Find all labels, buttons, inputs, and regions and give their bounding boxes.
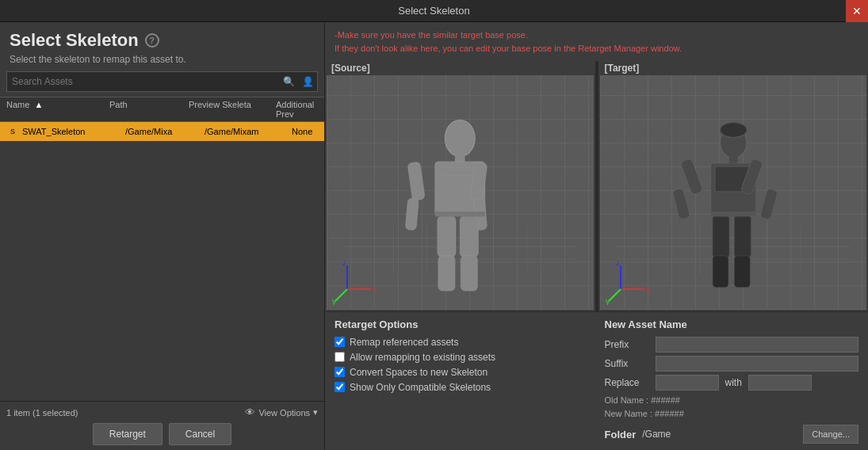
svg-rect-17 bbox=[461, 256, 477, 291]
svg-text:x: x bbox=[373, 285, 377, 294]
svg-rect-14 bbox=[438, 215, 456, 257]
suffix-input[interactable] bbox=[656, 356, 859, 372]
table-header: Name ▲ Path Preview Skeleta Additional P… bbox=[0, 97, 324, 122]
cancel-button[interactable]: Cancel bbox=[169, 423, 231, 445]
main-container: Select Skeleton ? Select the skeleton to… bbox=[0, 22, 868, 450]
checkbox-label-0: Remap referenced assets bbox=[350, 337, 458, 348]
dialog-title: Select Skeleton bbox=[398, 5, 469, 17]
svg-point-35 bbox=[720, 123, 747, 138]
svg-rect-42 bbox=[759, 189, 778, 220]
table-row[interactable]: S SWAT_Skeleton /Game/Mixa /Game/Mixam N… bbox=[0, 122, 324, 141]
with-label: with bbox=[725, 377, 742, 388]
svg-rect-15 bbox=[438, 256, 455, 291]
status-row: 1 item (1 selected) 👁 View Options ▾ bbox=[6, 406, 318, 418]
target-preview-pane: [Target] bbox=[598, 61, 869, 311]
svg-rect-40 bbox=[672, 188, 690, 219]
cell-preview: /Game/Mixam bbox=[205, 127, 292, 136]
svg-rect-43 bbox=[712, 215, 728, 258]
svg-line-52 bbox=[609, 289, 621, 301]
source-viewport[interactable]: x z y bbox=[327, 75, 594, 310]
source-axis: x z y bbox=[331, 261, 379, 305]
svg-rect-44 bbox=[734, 215, 751, 258]
sort-indicator: ▲ bbox=[34, 100, 43, 109]
title-bar: Select Skeleton ✕ bbox=[0, 0, 868, 22]
view-options-label: View Options bbox=[258, 408, 310, 418]
user-filter-button[interactable]: 👤 bbox=[298, 72, 317, 91]
checkbox-1[interactable] bbox=[335, 352, 345, 362]
button-row: Retarget Cancel bbox=[6, 423, 318, 445]
checkbox-label-1: Allow remapping to existing assets bbox=[350, 352, 495, 363]
suffix-label: Suffix bbox=[605, 358, 652, 369]
new-asset-section: New Asset Name Prefix Suffix Replace wit… bbox=[605, 318, 859, 444]
svg-rect-47 bbox=[710, 212, 755, 216]
svg-text:z: z bbox=[342, 261, 346, 267]
retarget-options-title: Retarget Options bbox=[335, 318, 589, 330]
checkbox-row-1: Allow remapping to existing assets bbox=[335, 352, 589, 363]
cell-path: /Game/Mixa bbox=[125, 127, 205, 136]
checkboxes-container: Remap referenced assetsAllow remapping t… bbox=[335, 337, 589, 393]
warning-line2: If they don't look alike here, you can e… bbox=[335, 42, 858, 55]
source-preview-pane: [Source] bbox=[325, 61, 595, 311]
svg-text:y: y bbox=[606, 297, 610, 305]
preview-section: [Source] bbox=[325, 61, 868, 311]
panel-subtitle: Select the skeleton to remap this asset … bbox=[0, 52, 324, 71]
view-options-button[interactable]: 👁 View Options ▾ bbox=[245, 406, 318, 418]
table-body: S SWAT_Skeleton /Game/Mixa /Game/Mixam N… bbox=[0, 122, 324, 401]
col-header-name[interactable]: Name ▲ bbox=[6, 100, 109, 119]
names-text: Old Name : ###### New Name : ###### bbox=[605, 394, 859, 421]
warning-line1: -Make sure you have the similar target b… bbox=[335, 29, 858, 42]
change-button[interactable]: Change... bbox=[803, 425, 858, 444]
checkbox-0[interactable] bbox=[335, 337, 345, 347]
source-label: [Source] bbox=[325, 61, 595, 75]
svg-rect-8 bbox=[455, 153, 465, 162]
svg-rect-16 bbox=[460, 215, 478, 257]
suffix-row: Suffix bbox=[605, 356, 859, 372]
new-asset-title: New Asset Name bbox=[605, 318, 859, 330]
checkbox-row-3: Show Only Compatible Skeletons bbox=[335, 382, 589, 393]
old-name: Old Name : ###### bbox=[605, 394, 859, 408]
search-input[interactable] bbox=[7, 76, 279, 87]
svg-text:z: z bbox=[616, 261, 620, 267]
target-viewport[interactable]: x z y bbox=[600, 75, 867, 310]
replace-input[interactable] bbox=[656, 375, 719, 391]
left-panel: Select Skeleton ? Select the skeleton to… bbox=[0, 22, 325, 450]
retarget-options: Retarget Options Remap referenced assets… bbox=[335, 318, 589, 444]
help-icon[interactable]: ? bbox=[145, 33, 159, 48]
warning-text: -Make sure you have the similar target b… bbox=[325, 22, 868, 61]
close-icon: ✕ bbox=[852, 5, 862, 17]
checkbox-2[interactable] bbox=[335, 367, 345, 377]
replace-row: Replace with bbox=[605, 375, 859, 391]
svg-rect-45 bbox=[712, 256, 728, 288]
folder-label: Folder bbox=[605, 429, 637, 440]
svg-rect-46 bbox=[734, 256, 750, 288]
close-button[interactable]: ✕ bbox=[846, 0, 868, 22]
svg-rect-10 bbox=[407, 162, 425, 200]
prefix-label: Prefix bbox=[605, 339, 652, 350]
search-bar: 🔍 👤 bbox=[6, 71, 318, 92]
folder-path: /Game bbox=[642, 429, 671, 440]
search-button[interactable]: 🔍 bbox=[279, 72, 298, 91]
col-header-path[interactable]: Path bbox=[109, 100, 189, 119]
svg-rect-39 bbox=[680, 158, 703, 196]
right-panel: -Make sure you have the similar target b… bbox=[325, 22, 868, 450]
prefix-row: Prefix bbox=[605, 337, 859, 353]
with-input[interactable] bbox=[748, 375, 812, 391]
folder-row: Folder /Game Change... bbox=[605, 425, 859, 444]
svg-text:y: y bbox=[332, 297, 336, 305]
checkbox-label-3: Show Only Compatible Skeletons bbox=[350, 382, 491, 393]
panel-title-text: Select Skeleton bbox=[10, 30, 139, 51]
new-name: New Name : ###### bbox=[605, 407, 859, 421]
target-axis: x z y bbox=[605, 261, 652, 305]
col-header-preview[interactable]: Preview Skeleta bbox=[189, 100, 276, 119]
checkbox-row-2: Convert Spaces to new Skeleton bbox=[335, 367, 589, 378]
svg-point-7 bbox=[445, 120, 475, 156]
view-options-chevron: ▾ bbox=[313, 407, 318, 418]
left-bottom: 1 item (1 selected) 👁 View Options ▾ Ret… bbox=[0, 401, 324, 450]
status-text: 1 item (1 selected) bbox=[6, 408, 78, 418]
prefix-input[interactable] bbox=[656, 337, 859, 353]
view-options-icon: 👁 bbox=[245, 406, 255, 418]
retarget-button[interactable]: Retarget bbox=[93, 423, 163, 445]
checkbox-3[interactable] bbox=[335, 382, 345, 392]
col-header-addprev: Additional Prev bbox=[276, 100, 318, 119]
svg-rect-18 bbox=[435, 212, 485, 216]
